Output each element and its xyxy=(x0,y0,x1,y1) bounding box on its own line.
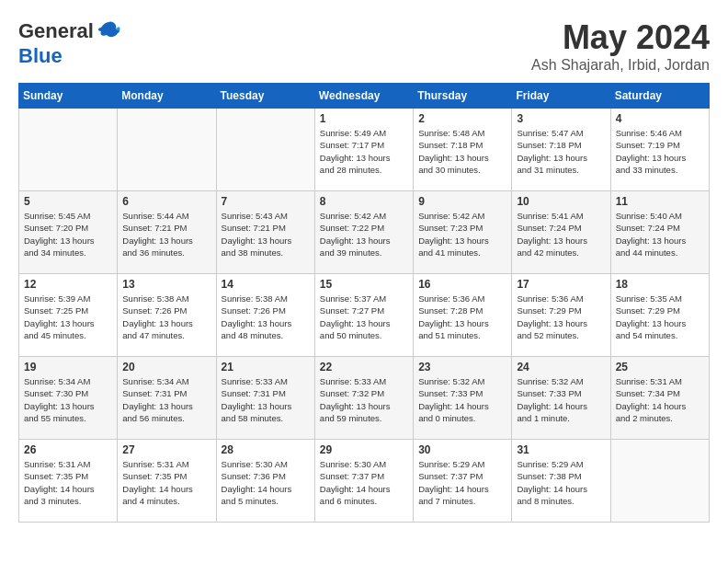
day-info: Sunrise: 5:46 AM Sunset: 7:19 PM Dayligh… xyxy=(616,127,704,176)
day-info: Sunrise: 5:42 AM Sunset: 7:23 PM Dayligh… xyxy=(418,210,506,259)
day-number: 22 xyxy=(320,361,408,373)
day-number: 13 xyxy=(122,278,210,291)
calendar-cell: 9Sunrise: 5:42 AM Sunset: 7:23 PM Daylig… xyxy=(414,191,512,274)
calendar-cell: 16Sunrise: 5:36 AM Sunset: 7:28 PM Dayli… xyxy=(414,274,512,357)
calendar-cell xyxy=(216,109,314,191)
calendar-week-row: 5Sunrise: 5:45 AM Sunset: 7:20 PM Daylig… xyxy=(19,191,710,274)
calendar-cell: 27Sunrise: 5:31 AM Sunset: 7:35 PM Dayli… xyxy=(118,440,216,523)
page-header: General Blue May 2024 Ash Shajarah, Irbi… xyxy=(18,18,710,74)
day-number: 23 xyxy=(418,361,506,373)
day-info: Sunrise: 5:38 AM Sunset: 7:26 PM Dayligh… xyxy=(122,293,210,341)
calendar-cell: 14Sunrise: 5:38 AM Sunset: 7:26 PM Dayli… xyxy=(216,274,314,357)
weekday-header-tuesday: Tuesday xyxy=(216,84,314,109)
calendar-cell: 21Sunrise: 5:33 AM Sunset: 7:31 PM Dayli… xyxy=(216,357,314,440)
calendar-cell: 30Sunrise: 5:29 AM Sunset: 7:37 PM Dayli… xyxy=(414,440,512,523)
weekday-header-friday: Friday xyxy=(512,84,610,109)
day-info: Sunrise: 5:45 AM Sunset: 7:20 PM Dayligh… xyxy=(24,210,112,259)
day-number: 3 xyxy=(517,112,605,125)
day-info: Sunrise: 5:49 AM Sunset: 7:17 PM Dayligh… xyxy=(320,127,408,176)
day-number: 12 xyxy=(24,278,112,291)
day-info: Sunrise: 5:36 AM Sunset: 7:29 PM Dayligh… xyxy=(517,293,605,341)
calendar-cell: 20Sunrise: 5:34 AM Sunset: 7:31 PM Dayli… xyxy=(118,357,216,440)
calendar-cell: 29Sunrise: 5:30 AM Sunset: 7:37 PM Dayli… xyxy=(314,440,413,523)
calendar-cell: 25Sunrise: 5:31 AM Sunset: 7:34 PM Dayli… xyxy=(610,357,709,440)
day-info: Sunrise: 5:29 AM Sunset: 7:37 PM Dayligh… xyxy=(418,458,506,507)
day-info: Sunrise: 5:42 AM Sunset: 7:22 PM Dayligh… xyxy=(320,210,408,259)
day-number: 20 xyxy=(122,361,210,373)
calendar-cell: 28Sunrise: 5:30 AM Sunset: 7:36 PM Dayli… xyxy=(216,440,314,523)
calendar-cell: 8Sunrise: 5:42 AM Sunset: 7:22 PM Daylig… xyxy=(314,191,413,274)
day-number: 31 xyxy=(517,443,605,456)
day-number: 6 xyxy=(122,195,210,208)
calendar-cell: 3Sunrise: 5:47 AM Sunset: 7:18 PM Daylig… xyxy=(512,109,610,191)
day-info: Sunrise: 5:33 AM Sunset: 7:32 PM Dayligh… xyxy=(320,375,408,424)
calendar-body: 1Sunrise: 5:49 AM Sunset: 7:17 PM Daylig… xyxy=(19,109,710,523)
calendar-cell: 31Sunrise: 5:29 AM Sunset: 7:38 PM Dayli… xyxy=(512,440,610,523)
logo-general-text: General xyxy=(18,19,94,43)
title-block: May 2024 Ash Shajarah, Irbid, Jordan xyxy=(531,18,710,74)
day-info: Sunrise: 5:39 AM Sunset: 7:25 PM Dayligh… xyxy=(24,293,112,341)
day-info: Sunrise: 5:38 AM Sunset: 7:26 PM Dayligh… xyxy=(222,293,310,341)
weekday-header-saturday: Saturday xyxy=(610,84,709,109)
day-number: 10 xyxy=(517,195,605,208)
day-number: 29 xyxy=(320,443,408,456)
day-info: Sunrise: 5:34 AM Sunset: 7:30 PM Dayligh… xyxy=(24,375,112,424)
calendar-cell: 11Sunrise: 5:40 AM Sunset: 7:24 PM Dayli… xyxy=(610,191,709,274)
calendar-cell: 1Sunrise: 5:49 AM Sunset: 7:17 PM Daylig… xyxy=(314,109,413,191)
calendar-cell: 7Sunrise: 5:43 AM Sunset: 7:21 PM Daylig… xyxy=(216,191,314,274)
calendar-cell: 22Sunrise: 5:33 AM Sunset: 7:32 PM Dayli… xyxy=(314,357,413,440)
day-info: Sunrise: 5:41 AM Sunset: 7:24 PM Dayligh… xyxy=(517,210,605,259)
day-number: 11 xyxy=(616,195,704,208)
day-info: Sunrise: 5:40 AM Sunset: 7:24 PM Dayligh… xyxy=(616,210,704,259)
day-info: Sunrise: 5:30 AM Sunset: 7:36 PM Dayligh… xyxy=(222,458,310,507)
day-number: 5 xyxy=(24,195,112,208)
day-number: 24 xyxy=(517,361,605,373)
day-number: 18 xyxy=(616,278,704,291)
calendar-week-row: 26Sunrise: 5:31 AM Sunset: 7:35 PM Dayli… xyxy=(19,440,710,523)
day-info: Sunrise: 5:32 AM Sunset: 7:33 PM Dayligh… xyxy=(418,375,506,424)
calendar-cell: 18Sunrise: 5:35 AM Sunset: 7:29 PM Dayli… xyxy=(610,274,709,357)
day-number: 30 xyxy=(418,443,506,456)
calendar-cell: 19Sunrise: 5:34 AM Sunset: 7:30 PM Dayli… xyxy=(19,357,118,440)
day-number: 19 xyxy=(24,361,112,373)
calendar-header: SundayMondayTuesdayWednesdayThursdayFrid… xyxy=(19,84,710,109)
calendar-cell: 15Sunrise: 5:37 AM Sunset: 7:27 PM Dayli… xyxy=(314,274,413,357)
day-info: Sunrise: 5:32 AM Sunset: 7:33 PM Dayligh… xyxy=(517,375,605,424)
day-info: Sunrise: 5:48 AM Sunset: 7:18 PM Dayligh… xyxy=(418,127,506,176)
day-number: 16 xyxy=(418,278,506,291)
day-number: 26 xyxy=(24,443,112,456)
weekday-header-thursday: Thursday xyxy=(414,84,512,109)
day-info: Sunrise: 5:30 AM Sunset: 7:37 PM Dayligh… xyxy=(320,458,408,507)
calendar-week-row: 1Sunrise: 5:49 AM Sunset: 7:17 PM Daylig… xyxy=(19,109,710,191)
day-number: 28 xyxy=(222,443,310,456)
weekday-header-sunday: Sunday xyxy=(19,84,118,109)
day-number: 8 xyxy=(320,195,408,208)
calendar-cell: 2Sunrise: 5:48 AM Sunset: 7:18 PM Daylig… xyxy=(414,109,512,191)
day-info: Sunrise: 5:43 AM Sunset: 7:21 PM Dayligh… xyxy=(222,210,310,259)
calendar-cell xyxy=(610,440,709,523)
day-number: 14 xyxy=(222,278,310,291)
calendar-cell: 26Sunrise: 5:31 AM Sunset: 7:35 PM Dayli… xyxy=(19,440,118,523)
calendar-cell: 17Sunrise: 5:36 AM Sunset: 7:29 PM Dayli… xyxy=(512,274,610,357)
logo-bird-icon xyxy=(96,18,121,44)
day-number: 2 xyxy=(418,112,506,125)
day-number: 7 xyxy=(222,195,310,208)
calendar-cell: 23Sunrise: 5:32 AM Sunset: 7:33 PM Dayli… xyxy=(414,357,512,440)
location-title: Ash Shajarah, Irbid, Jordan xyxy=(531,57,710,74)
day-number: 21 xyxy=(222,361,310,373)
day-number: 25 xyxy=(616,361,704,373)
calendar-cell: 4Sunrise: 5:46 AM Sunset: 7:19 PM Daylig… xyxy=(610,109,709,191)
day-info: Sunrise: 5:44 AM Sunset: 7:21 PM Dayligh… xyxy=(122,210,210,259)
day-info: Sunrise: 5:31 AM Sunset: 7:35 PM Dayligh… xyxy=(24,458,112,507)
day-info: Sunrise: 5:33 AM Sunset: 7:31 PM Dayligh… xyxy=(222,375,310,424)
day-number: 27 xyxy=(122,443,210,456)
day-info: Sunrise: 5:36 AM Sunset: 7:28 PM Dayligh… xyxy=(418,293,506,341)
weekday-header-wednesday: Wednesday xyxy=(314,84,413,109)
calendar-cell: 12Sunrise: 5:39 AM Sunset: 7:25 PM Dayli… xyxy=(19,274,118,357)
calendar-cell: 10Sunrise: 5:41 AM Sunset: 7:24 PM Dayli… xyxy=(512,191,610,274)
weekday-header-monday: Monday xyxy=(118,84,216,109)
day-info: Sunrise: 5:37 AM Sunset: 7:27 PM Dayligh… xyxy=(320,293,408,341)
day-info: Sunrise: 5:29 AM Sunset: 7:38 PM Dayligh… xyxy=(517,458,605,507)
day-number: 17 xyxy=(517,278,605,291)
day-number: 4 xyxy=(616,112,704,125)
